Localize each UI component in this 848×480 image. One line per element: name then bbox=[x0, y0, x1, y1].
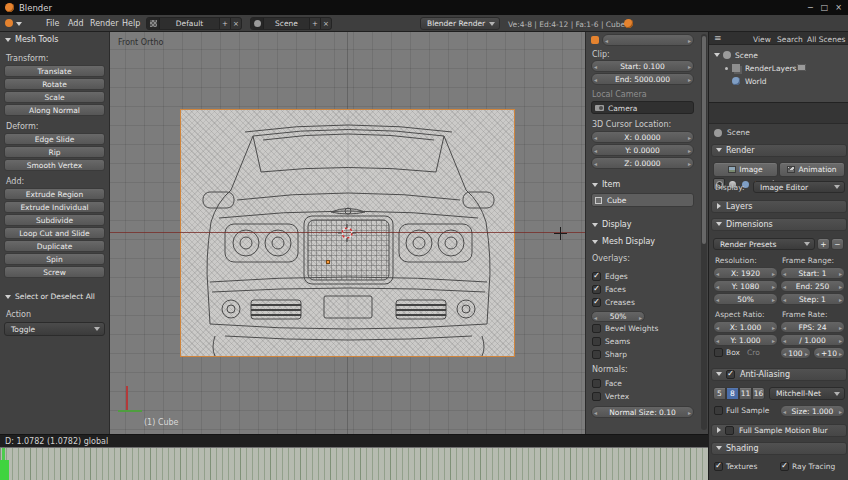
fps-base-field[interactable]: / 1.000 bbox=[780, 334, 845, 346]
resolution-percentage-slider[interactable]: 50% bbox=[713, 293, 778, 305]
smooth-vertex-button[interactable]: Smooth Vertex bbox=[4, 159, 105, 171]
menu-add[interactable]: Add bbox=[68, 19, 84, 28]
dimensions-panel-title[interactable]: Dimensions bbox=[726, 220, 773, 230]
outliner-scope-dropdown[interactable]: All Scenes bbox=[807, 35, 845, 44]
faces-checkbox[interactable] bbox=[592, 285, 601, 294]
disclosure-triangle-icon[interactable] bbox=[592, 183, 598, 187]
disclosure-triangle-icon[interactable] bbox=[716, 148, 722, 152]
n-panel-scrollbar[interactable] bbox=[701, 34, 707, 430]
disclosure-triangle-icon[interactable] bbox=[717, 427, 721, 433]
screw-button[interactable]: Screw bbox=[4, 266, 105, 278]
clip-end-field[interactable]: End: 5000.000 bbox=[591, 73, 694, 85]
spin-button[interactable]: Spin bbox=[4, 253, 105, 265]
render-engine-dropdown[interactable]: Blender Render bbox=[420, 17, 500, 30]
normal-size-field[interactable]: Normal Size: 0.10 bbox=[591, 406, 694, 418]
lens-slider[interactable] bbox=[602, 34, 694, 46]
shading-panel-title[interactable]: Shading bbox=[726, 444, 759, 454]
disclosure-triangle-icon[interactable] bbox=[716, 372, 722, 376]
disclosure-triangle-icon[interactable] bbox=[714, 53, 720, 57]
subdivide-button[interactable]: Subdivide bbox=[4, 214, 105, 226]
aa-samples-5-button[interactable]: 5 bbox=[713, 387, 726, 400]
outliner-view-menu[interactable]: View bbox=[753, 35, 771, 44]
mesh-tools-header[interactable]: Mesh Tools bbox=[15, 35, 58, 45]
frame-step-field[interactable]: Step: 1 bbox=[780, 293, 845, 305]
disclosure-triangle-icon[interactable] bbox=[5, 295, 11, 299]
resolution-x-field[interactable]: X: 1920 bbox=[713, 267, 778, 279]
motion-blur-checkbox[interactable] bbox=[725, 426, 734, 435]
bevel-weights-checkbox[interactable] bbox=[592, 324, 601, 333]
border-checkbox[interactable] bbox=[714, 348, 723, 357]
select-deselect-header[interactable]: Select or Deselect All bbox=[15, 292, 95, 302]
vertex-normals-checkbox[interactable] bbox=[592, 392, 601, 401]
textures-checkbox[interactable] bbox=[714, 462, 723, 471]
rotate-button[interactable]: Rotate bbox=[4, 78, 105, 90]
aa-samples-8-button[interactable]: 8 bbox=[726, 387, 739, 400]
overlay-opacity-slider[interactable]: 50% bbox=[591, 311, 645, 322]
render-image-button[interactable]: Image bbox=[713, 162, 778, 177]
layers-panel-title[interactable]: Layers bbox=[726, 202, 752, 212]
render-presets-dropdown[interactable]: Render Presets bbox=[713, 238, 815, 250]
item-panel-header[interactable]: Item bbox=[602, 180, 620, 190]
action-toggle-dropdown[interactable]: Toggle bbox=[4, 322, 105, 336]
sharp-checkbox[interactable] bbox=[592, 350, 601, 359]
disclosure-triangle-icon[interactable] bbox=[717, 203, 721, 209]
cursor-z-field[interactable]: Z: 0.0000 bbox=[591, 157, 694, 169]
antialiasing-checkbox[interactable] bbox=[726, 370, 735, 379]
render-toggle-icon[interactable] bbox=[797, 64, 806, 71]
aa-samples-11-button[interactable]: 11 bbox=[739, 387, 752, 400]
menu-file[interactable]: File bbox=[46, 19, 59, 28]
time-remap-old-field[interactable]: 100 bbox=[780, 347, 811, 359]
screen-layout-name[interactable]: Default bbox=[160, 18, 219, 29]
seams-checkbox[interactable] bbox=[592, 337, 601, 346]
along-normal-button[interactable]: Along Normal bbox=[4, 104, 105, 116]
minimize-button[interactable]: − bbox=[807, 3, 814, 12]
menu-help[interactable]: Help bbox=[122, 19, 140, 28]
remove-preset-button[interactable]: − bbox=[831, 238, 844, 250]
duplicate-button[interactable]: Duplicate bbox=[4, 240, 105, 252]
blender-menu-button[interactable] bbox=[5, 19, 25, 29]
edge-slide-button[interactable]: Edge Slide bbox=[4, 133, 105, 145]
full-sample-checkbox[interactable] bbox=[714, 406, 723, 415]
frame-start-field[interactable]: Start: 1 bbox=[780, 267, 845, 279]
cursor-y-field[interactable]: Y: 0.0000 bbox=[591, 144, 694, 156]
add-layout-button[interactable]: + bbox=[219, 18, 230, 29]
extrude-individual-button[interactable]: Extrude Individual bbox=[4, 201, 105, 213]
time-remap-new-field[interactable]: +10 bbox=[813, 347, 845, 359]
face-normals-checkbox[interactable] bbox=[592, 379, 601, 388]
editor-menu-icon[interactable]: ≡ bbox=[714, 33, 722, 43]
outliner-item-world[interactable]: World bbox=[709, 75, 848, 87]
edges-checkbox[interactable] bbox=[592, 272, 601, 281]
camera-field[interactable]: Camera bbox=[591, 101, 694, 114]
disclosure-triangle-icon[interactable] bbox=[592, 240, 598, 244]
fps-field[interactable]: FPS: 24 bbox=[780, 321, 845, 333]
translate-button[interactable]: Translate bbox=[4, 65, 105, 77]
outliner-item-renderlayers[interactable]: RenderLayers bbox=[709, 62, 848, 74]
resolution-y-field[interactable]: Y: 1080 bbox=[713, 280, 778, 292]
item-name-field[interactable]: Cube bbox=[591, 193, 694, 207]
aa-filter-dropdown[interactable]: Mitchell-Net bbox=[769, 387, 845, 400]
ray-tracing-checkbox[interactable] bbox=[780, 462, 789, 471]
outliner-item-label[interactable]: RenderLayers bbox=[745, 64, 797, 73]
add-scene-button[interactable]: + bbox=[309, 18, 320, 29]
antialiasing-panel-title[interactable]: Anti-Aliasing bbox=[740, 370, 790, 380]
aa-samples-16-button[interactable]: 16 bbox=[752, 387, 765, 400]
clip-start-field[interactable]: Start: 0.100 bbox=[591, 60, 694, 72]
render-animation-button[interactable]: Animation bbox=[779, 162, 845, 177]
scrollbar-thumb[interactable] bbox=[702, 36, 706, 244]
extrude-region-button[interactable]: Extrude Region bbox=[4, 188, 105, 200]
3d-viewport[interactable]: Front Ortho (1) Cube bbox=[110, 32, 585, 434]
aspect-y-field[interactable]: Y: 1.000 bbox=[713, 334, 778, 346]
loop-cut-and-slide-button[interactable]: Loop Cut and Slide bbox=[4, 227, 105, 239]
render-panel-title[interactable]: Render bbox=[726, 146, 754, 156]
scene-selector[interactable]: Scene + × bbox=[250, 17, 332, 30]
outliner-search-menu[interactable]: Search bbox=[777, 35, 803, 44]
add-preset-button[interactable]: + bbox=[817, 238, 830, 250]
disclosure-triangle-icon[interactable] bbox=[592, 223, 598, 227]
rip-button[interactable]: Rip bbox=[4, 146, 105, 158]
display-dropdown[interactable]: Image Editor bbox=[753, 181, 845, 193]
disclosure-triangle-icon[interactable] bbox=[5, 38, 11, 42]
close-scene-button[interactable]: × bbox=[320, 18, 331, 29]
aspect-x-field[interactable]: X: 1.000 bbox=[713, 321, 778, 333]
creases-checkbox[interactable] bbox=[592, 298, 601, 307]
mesh-display-panel-header[interactable]: Mesh Display bbox=[602, 237, 655, 247]
